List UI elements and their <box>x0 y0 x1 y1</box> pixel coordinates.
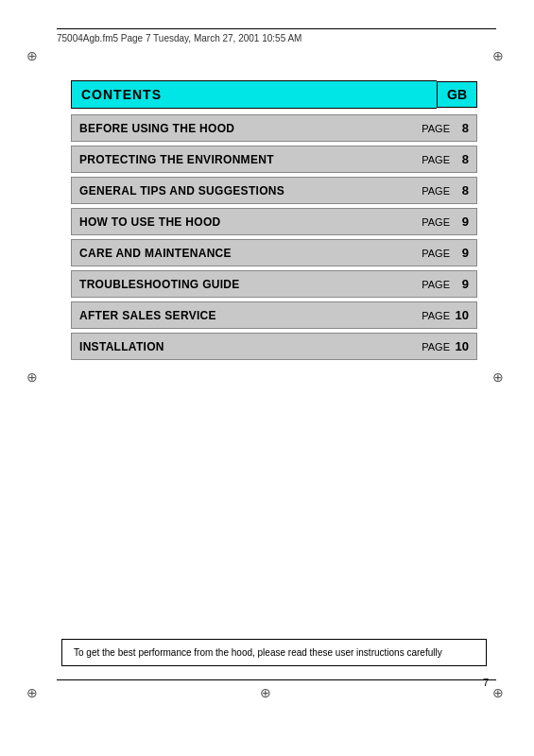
toc-page-label-3: PAGE <box>422 216 450 228</box>
toc-row: TROUBLESHOOTING GUIDEPAGE 9 <box>71 270 477 298</box>
toc-row: CARE AND MAINTENANCEPAGE 9 <box>71 239 477 266</box>
toc-row-title-4: CARE AND MAINTENANCE <box>79 247 422 260</box>
reg-mark-mid-left <box>26 369 42 384</box>
reg-mark-bottom-mid <box>260 684 275 699</box>
toc-row: PROTECTING THE ENVIRONMENTPAGE 8 <box>71 146 477 173</box>
page-number: 7 <box>483 677 489 688</box>
toc-page-label-1: PAGE <box>422 154 450 165</box>
toc-row-title-0: BEFORE USING THE HOOD <box>79 122 422 135</box>
toc-page-num-6: 10 <box>452 308 469 322</box>
contents-gb-label: GB <box>447 87 467 102</box>
toc-row-title-5: TROUBLESHOOTING GUIDE <box>79 278 422 291</box>
reg-mark-top-right <box>492 47 508 62</box>
toc-page-label-7: PAGE <box>422 341 450 352</box>
toc-page-num-5: 9 <box>452 277 469 291</box>
contents-gb-box: GB <box>437 81 477 108</box>
toc-page-num-0: 8 <box>452 121 469 135</box>
header-filename: 75004Agb.fm5 Page 7 Tuesday, March 27, 2… <box>57 33 301 43</box>
toc-row-title-6: AFTER SALES SERVICE <box>79 309 422 322</box>
toc-page-label-6: PAGE <box>422 310 450 321</box>
toc-page-num-7: 10 <box>452 339 469 353</box>
toc-row: BEFORE USING THE HOODPAGE 8 <box>71 114 477 142</box>
toc-page-label-4: PAGE <box>422 248 450 259</box>
contents-title-box: CONTENTS <box>71 80 437 109</box>
reg-mark-top-left <box>26 47 42 62</box>
toc-row-title-7: INSTALLATION <box>79 340 422 353</box>
toc-row: HOW TO USE THE HOODPAGE 9 <box>71 208 477 235</box>
toc-page-num-4: 9 <box>452 246 469 260</box>
toc-page-num-1: 8 <box>452 152 469 166</box>
toc-row: INSTALLATIONPAGE 10 <box>71 333 477 360</box>
contents-title: CONTENTS <box>81 87 162 102</box>
toc-row-title-3: HOW TO USE THE HOOD <box>79 215 422 229</box>
reg-mark-mid-right <box>492 369 508 384</box>
toc-row-title-1: PROTECTING THE ENVIRONMENT <box>79 153 422 166</box>
header-bar: 75004Agb.fm5 Page 7 Tuesday, March 27, 2… <box>57 28 496 43</box>
footer-line <box>57 679 496 680</box>
reg-mark-bottom-left <box>26 684 42 699</box>
toc-page-label-2: PAGE <box>422 185 450 197</box>
toc-row: AFTER SALES SERVICEPAGE 10 <box>71 301 477 329</box>
toc-page-num-3: 9 <box>452 215 469 229</box>
toc-page-num-2: 8 <box>452 183 469 198</box>
content-area: CONTENTS GB BEFORE USING THE HOODPAGE 8P… <box>71 80 477 364</box>
contents-header: CONTENTS GB <box>71 80 477 109</box>
toc-row: GENERAL TIPS AND SUGGESTIONSPAGE 8 <box>71 177 477 204</box>
toc-page-label-0: PAGE <box>422 123 450 134</box>
toc-row-title-2: GENERAL TIPS AND SUGGESTIONS <box>79 184 422 198</box>
toc-table: BEFORE USING THE HOODPAGE 8PROTECTING TH… <box>71 114 477 360</box>
toc-page-label-5: PAGE <box>422 279 450 290</box>
bottom-note-text: To get the best performance from the hoo… <box>74 647 442 658</box>
page: 75004Agb.fm5 Page 7 Tuesday, March 27, 2… <box>0 0 534 756</box>
reg-mark-bottom-right <box>492 684 508 699</box>
bottom-note: To get the best performance from the hoo… <box>61 639 487 666</box>
